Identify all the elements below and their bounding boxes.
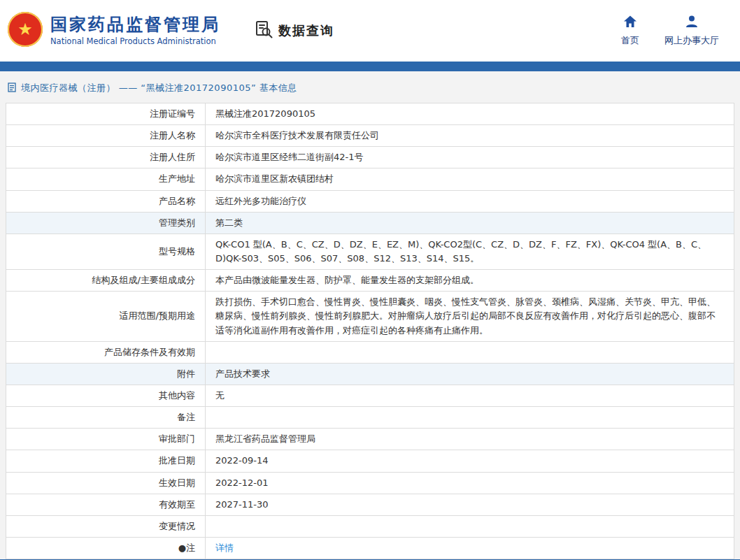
- row-label: 注册人名称: [6, 125, 206, 147]
- table-row: 型号规格QK-CO1 型(A、B、C、CZ、D、DZ、E、EZ、M)、QK-CO…: [6, 234, 734, 269]
- row-label: 备注: [6, 407, 206, 429]
- table-row: 生效日期2022-12-01: [6, 472, 734, 494]
- row-value: 无: [206, 385, 734, 406]
- person-icon: [685, 15, 699, 31]
- row-value: [206, 341, 734, 363]
- table-row: 产品储存条件及有效期: [6, 341, 734, 363]
- row-label: 产品名称: [6, 190, 206, 212]
- site-title: 国家药品监督管理局: [50, 15, 220, 35]
- row-value: 远红外光多功能治疗仪: [206, 190, 734, 212]
- document-icon: [7, 82, 17, 94]
- table-row: 注册人名称哈尔滨市全科医疗技术发展有限责任公司: [6, 125, 734, 147]
- row-value: [206, 407, 734, 429]
- table-row: 附件产品技术要求: [6, 363, 734, 385]
- row-value: 黑械注准20172090105: [206, 103, 734, 125]
- info-table-body: 注册证编号黑械注准20172090105注册人名称哈尔滨市全科医疗技术发展有限责…: [6, 103, 734, 559]
- table-row: 批准日期2022-09-14: [6, 450, 734, 472]
- row-value: 2022-12-01: [206, 472, 734, 494]
- svg-text:★: ★: [17, 20, 33, 39]
- breadcrumb: 境内医疗器械（注册） —— “黑械注准20172090105” 基本信息: [7, 82, 733, 94]
- data-query-label: 数据查询: [278, 22, 334, 39]
- row-value: QK-CO1 型(A、B、C、CZ、D、DZ、E、EZ、M)、QK-CO2型(C…: [206, 234, 734, 269]
- detail-link[interactable]: 详情: [215, 543, 234, 553]
- row-label: 型号规格: [6, 234, 206, 269]
- table-row: 备注: [6, 407, 734, 429]
- table-row: 结构及组成/主要组成成分本产品由微波能量发生器、防护罩、能量发生器的支架部分组成…: [6, 270, 734, 292]
- row-label: 审批部门: [6, 429, 206, 450]
- table-row: 变更情况: [6, 515, 734, 537]
- row-value: 2027-11-30: [206, 494, 734, 515]
- row-label: 产品储存条件及有效期: [6, 341, 206, 363]
- row-value: [206, 515, 734, 537]
- main-content: 境内医疗器械（注册） —— “黑械注准20172090105” 基本信息 注册证…: [0, 71, 740, 559]
- row-label: ●注: [6, 537, 206, 559]
- row-value: 第二类: [206, 212, 734, 234]
- row-label: 注册证编号: [6, 103, 206, 125]
- row-value: 详情: [206, 537, 734, 559]
- table-row: 注册人住所哈尔滨市道里区经纬二道街副42-1号: [6, 147, 734, 168]
- table-row: 产品名称远红外光多功能治疗仪: [6, 190, 734, 212]
- row-label: 结构及组成/主要组成成分: [6, 270, 206, 292]
- row-label: 附件: [6, 363, 206, 385]
- nmpa-logo[interactable]: ★ 国家药品监督管理局 National Medical Products Ad…: [7, 11, 220, 50]
- nav-item-home[interactable]: 首页: [621, 15, 639, 47]
- row-label: 有效期至: [6, 494, 206, 515]
- national-emblem-icon: ★: [7, 11, 43, 50]
- row-label: 注册人住所: [6, 147, 206, 168]
- nav-item-service-hall[interactable]: 网上办事大厅: [664, 15, 719, 47]
- table-row: 注册证编号黑械注准20172090105: [6, 103, 734, 125]
- row-label: 生产地址: [6, 168, 206, 190]
- home-icon: [623, 15, 637, 31]
- site-subtitle: National Medical Products Administration: [50, 36, 220, 46]
- table-row: 适用范围/预期用途跌打损伤、手术切口愈合、慢性胃炎、慢性胆囊炎、咽炎、慢性支气管…: [6, 292, 734, 341]
- row-label: 变更情况: [6, 515, 206, 537]
- table-row: 其他内容无: [6, 385, 734, 406]
- row-label: 批准日期: [6, 450, 206, 472]
- row-label: 生效日期: [6, 472, 206, 494]
- table-row: 管理类别第二类: [6, 212, 734, 234]
- row-value: 哈尔滨市全科医疗技术发展有限责任公司: [206, 125, 734, 147]
- table-row: ●注详情: [6, 537, 734, 559]
- row-value: 跌打损伤、手术切口愈合、慢性胃炎、慢性胆囊炎、咽炎、慢性支气管炎、脉管炎、颈椎病…: [206, 292, 734, 341]
- registration-info-table: 注册证编号黑械注准20172090105注册人名称哈尔滨市全科医疗技术发展有限责…: [6, 103, 734, 559]
- table-row: 有效期至2027-11-30: [6, 494, 734, 515]
- header-accent-bar: [0, 62, 740, 71]
- logo-text: 国家药品监督管理局 National Medical Products Admi…: [50, 15, 220, 46]
- data-query-icon: [254, 20, 273, 42]
- row-value: 本产品由微波能量发生器、防护罩、能量发生器的支架部分组成。: [206, 270, 734, 292]
- page: ★ 国家药品监督管理局 National Medical Products Ad…: [0, 0, 740, 560]
- row-label: 其他内容: [6, 385, 206, 406]
- table-row: 审批部门黑龙江省药品监督管理局: [6, 429, 734, 450]
- row-value: 2022-09-14: [206, 450, 734, 472]
- nav-label-home: 首页: [621, 34, 639, 47]
- row-value: 产品技术要求: [206, 363, 734, 385]
- row-value: 黑龙江省药品监督管理局: [206, 429, 734, 450]
- row-value: 哈尔滨市道里区新农镇团结村: [206, 168, 734, 190]
- header-nav: 首页 网上办事大厅: [621, 15, 726, 47]
- table-row: 生产地址哈尔滨市道里区新农镇团结村: [6, 168, 734, 190]
- breadcrumb-text: 境内医疗器械（注册） —— “黑械注准20172090105” 基本信息: [21, 82, 297, 94]
- row-label: 管理类别: [6, 212, 206, 234]
- site-header: ★ 国家药品监督管理局 National Medical Products Ad…: [0, 0, 740, 62]
- data-query-module[interactable]: 数据查询: [254, 20, 334, 42]
- row-value: 哈尔滨市道里区经纬二道街副42-1号: [206, 147, 734, 168]
- row-label: 适用范围/预期用途: [6, 292, 206, 341]
- nav-label-service-hall: 网上办事大厅: [664, 34, 719, 47]
